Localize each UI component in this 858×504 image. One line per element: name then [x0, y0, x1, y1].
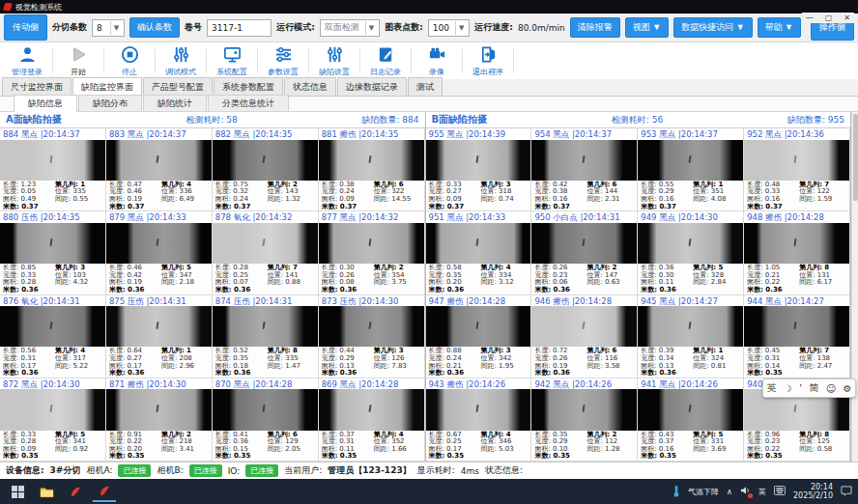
run-mode-select[interactable]: 双面检测▼ — [320, 19, 380, 37]
defect-cell-872[interactable]: 872 黑点 |20:14:30 长度: 0.33 宽度: 0.28 面积: 0… — [0, 378, 106, 462]
ime-float-toolbar[interactable]: 英☽’简☺⚙ — [762, 378, 856, 398]
defect-image[interactable] — [638, 389, 743, 430]
defect-cell-955[interactable]: 955 黑点 |20:14:39 长度: 0.33 宽度: 0.27 面积: 0… — [426, 128, 532, 211]
defect-image[interactable] — [106, 389, 212, 430]
toolbar-button-7[interactable]: 缺陷设置 — [309, 45, 359, 77]
defect-image[interactable] — [426, 140, 531, 181]
main-tab-3[interactable]: 产品型号配置 — [143, 77, 213, 96]
help-menu-button[interactable]: 帮助 ▼ — [758, 17, 801, 38]
main-tab-4[interactable]: 系统参数配置 — [214, 77, 283, 96]
ime-item-5[interactable]: ☺ — [826, 383, 836, 394]
main-tab-7[interactable]: 测试 — [408, 77, 443, 96]
action-center-icon[interactable] — [841, 486, 852, 498]
defect-cell-879[interactable]: 879 黑点 |20:14:33 长度: 0.46 宽度: 0.42 面积: 0… — [106, 211, 213, 294]
defect-image[interactable] — [744, 140, 849, 181]
input-language-indicator[interactable]: 英 — [758, 487, 766, 497]
view-menu-button[interactable]: 视图 ▼ — [625, 17, 669, 38]
defect-image[interactable] — [0, 389, 105, 430]
weather-text[interactable]: 气温下降 — [688, 487, 719, 497]
defect-cell-884[interactable]: 884 黑点 |20:14:37 长度: 1.23 宽度: 0.05 面积: 0… — [0, 128, 106, 211]
defect-image[interactable] — [213, 389, 318, 430]
windows-start-icon[interactable] — [6, 481, 29, 502]
defect-image[interactable] — [744, 306, 849, 347]
main-tab-5[interactable]: 状态信息 — [284, 77, 336, 96]
data-quick-access-menu-button[interactable]: 数据快捷访问 ▼ — [673, 17, 752, 38]
defect-cell-950[interactable]: 950 小白点 |20:14:31 长度: 0.26 宽度: 0.23 面积: … — [531, 211, 638, 294]
defect-image[interactable] — [638, 306, 743, 347]
defect-cell-949[interactable]: 949 黑点 |20:14:30 长度: 0.36 宽度: 0.30 面积: 0… — [638, 211, 744, 294]
defect-image[interactable] — [319, 223, 424, 264]
toolbar-button-6[interactable]: 参数设置 — [258, 45, 308, 77]
defect-cell-941[interactable]: 941 黑点 |20:14:26 长度: 0.43 宽度: 0.37 面积: 0… — [638, 378, 744, 462]
defect-image[interactable] — [0, 306, 105, 347]
scrollbar-thumb[interactable] — [853, 114, 858, 201]
defect-image[interactable] — [638, 223, 743, 264]
defect-image[interactable] — [213, 223, 318, 264]
defect-cell-942[interactable]: 942 黑点 |20:14:26 长度: 0.35 宽度: 0.29 面积: 0… — [531, 378, 638, 462]
defect-cell-883[interactable]: 883 黑点 |20:14:37 长度: 0.47 宽度: 0.46 面积: 0… — [106, 128, 213, 211]
roll-number-input[interactable]: 3117-1 — [207, 19, 272, 37]
defect-image[interactable] — [319, 306, 424, 347]
toolbar-button-1[interactable]: 管理登录 — [2, 45, 52, 77]
confirm-count-button[interactable]: 确认条数 — [129, 17, 180, 38]
toolbar-button-8[interactable]: 日志记录 — [360, 45, 411, 77]
defect-image[interactable] — [0, 140, 105, 181]
defect-cell-951[interactable]: 951 黑点 |20:14:33 长度: 0.58 宽度: 0.35 面积: 0… — [426, 211, 532, 294]
defect-cell-880[interactable]: 880 压伤 |20:14:35 长度: 0.85 宽度: 0.33 面积: 0… — [0, 211, 106, 294]
taskbar-clock[interactable]: 20:14 2025/2/10 — [793, 483, 833, 500]
defect-image[interactable] — [0, 223, 105, 264]
defect-image[interactable] — [638, 140, 743, 181]
maximize-button[interactable]: ▢ — [825, 14, 833, 22]
defect-cell-869[interactable]: 869 黑点 |20:14:28 长度: 0.37 宽度: 0.31 面积: 0… — [319, 378, 425, 462]
defect-image[interactable] — [319, 140, 424, 181]
defect-cell-953[interactable]: 953 黑点 |20:14:37 长度: 0.55 宽度: 0.29 面积: 0… — [638, 128, 744, 211]
defect-cell-876[interactable]: 876 氧化 |20:14:31 长度: 0.56 宽度: 0.31 面积: 0… — [0, 295, 106, 378]
close-button[interactable]: ✕ — [844, 14, 850, 22]
inspection-app-active-icon[interactable] — [93, 481, 116, 502]
ime-item-1[interactable]: 英 — [767, 381, 777, 395]
main-tab-1[interactable]: 尺寸监控界面 — [2, 77, 72, 96]
ime-item-2[interactable]: ☽ — [784, 383, 792, 394]
ime-item-4[interactable]: 简 — [809, 381, 818, 395]
toolbar-button-5[interactable]: 系统配置 — [207, 45, 257, 77]
main-tab-2[interactable]: 缺陷监控界面 — [72, 77, 142, 97]
defect-cell-875[interactable]: 875 压伤 |20:14:31 长度: 0.64 宽度: 0.27 面积: 0… — [106, 295, 213, 378]
defect-image[interactable] — [426, 223, 531, 264]
defect-image[interactable] — [319, 389, 424, 430]
drive-side-button[interactable]: 传动侧 — [4, 14, 47, 41]
vertical-scrollbar[interactable] — [851, 112, 858, 462]
file-explorer-icon[interactable] — [35, 481, 58, 502]
defect-image[interactable] — [531, 389, 637, 430]
ime-item-6[interactable]: ⚙ — [843, 383, 851, 394]
defect-image[interactable] — [213, 306, 318, 347]
clear-alarm-button[interactable]: 清除报警 — [570, 17, 620, 38]
defect-cell-954[interactable]: 954 黑点 |20:14:37 长度: 0.42 宽度: 0.38 面积: 0… — [531, 128, 638, 211]
sub-tab-3[interactable]: 缺陷统计 — [143, 95, 207, 111]
toolbar-button-3[interactable]: 停止 — [104, 45, 155, 77]
defect-cell-944[interactable]: 944 黑点 |20:14:27 长度: 0.45 宽度: 0.31 面积: 0… — [744, 295, 850, 378]
toolbar-button-2[interactable]: 开始 — [53, 45, 103, 77]
defect-cell-871[interactable]: 871 擦伤 |20:14:30 长度: 0.91 宽度: 0.22 面积: 0… — [106, 378, 213, 462]
defect-image[interactable] — [426, 389, 531, 430]
defect-image[interactable] — [531, 140, 637, 181]
toolbar-button-4[interactable]: 调试模式 — [156, 45, 206, 77]
defect-cell-882[interactable]: 882 黑点 |20:14:35 长度: 0.75 宽度: 0.32 面积: 0… — [213, 128, 319, 211]
defect-image[interactable] — [744, 223, 849, 264]
defect-cell-873[interactable]: 873 压伤 |20:14:30 长度: 0.44 宽度: 0.29 面积: 0… — [319, 295, 425, 378]
defect-image[interactable] — [531, 223, 637, 264]
main-tab-6[interactable]: 边缘数据记录 — [337, 77, 407, 96]
defect-cell-870[interactable]: 870 黑点 |20:14:28 长度: 0.41 宽度: 0.36 面积: 0… — [213, 378, 319, 462]
volume-icon[interactable] — [740, 486, 751, 497]
defect-cell-943[interactable]: 943 擦伤 |20:14:26 长度: 0.67 宽度: 0.25 面积: 0… — [426, 378, 532, 462]
minimize-button[interactable]: — — [806, 14, 814, 22]
tray-expand-caret-icon[interactable]: ∧ — [727, 488, 732, 496]
defect-image[interactable] — [213, 140, 318, 181]
ime-item-3[interactable]: ’ — [799, 383, 802, 394]
toolbar-button-10[interactable]: 退出程序 — [463, 45, 513, 77]
sub-tab-1[interactable]: 缺陷信息 — [14, 95, 77, 112]
defect-image[interactable] — [106, 140, 212, 181]
defect-cell-952[interactable]: 952 黑点 |20:14:36 长度: 0.48 宽度: 0.33 面积: 0… — [744, 128, 850, 211]
split-count-select[interactable]: 8▼ — [92, 19, 125, 37]
defect-cell-948[interactable]: 948 擦伤 |20:14:28 长度: 1.05 宽度: 0.21 面积: 0… — [744, 211, 850, 294]
sub-tab-2[interactable]: 缺陷分布 — [78, 95, 142, 111]
